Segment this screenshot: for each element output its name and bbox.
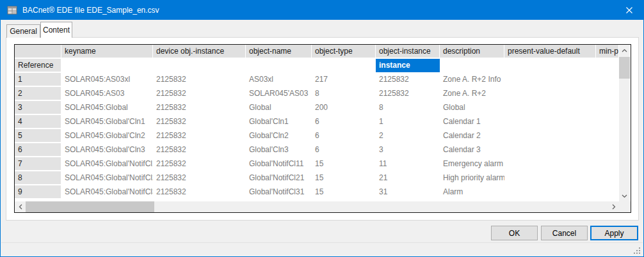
row-header[interactable]: 9 [15, 185, 61, 199]
scroll-up-button[interactable] [619, 45, 630, 56]
cell-object-instance[interactable]: 21 [376, 171, 440, 185]
cell-min-pre[interactable] [596, 157, 619, 171]
cell-description[interactable]: Calendar 1 [440, 115, 504, 128]
scroll-left-button[interactable] [15, 201, 26, 212]
cell-present-value-default[interactable] [504, 171, 596, 185]
cell-object-name[interactable]: Global'NotifCl31 [246, 185, 312, 199]
cell-object-instance[interactable]: 1 [376, 115, 440, 128]
cell-description[interactable]: Calendar 3 [440, 143, 504, 157]
cell-description[interactable]: Zone A. R+2 [440, 87, 504, 100]
cell-object-instance[interactable]: 2125832 [376, 73, 440, 86]
reference-cell-min-pre[interactable] [596, 59, 619, 72]
cell-object-name[interactable]: Global'NotifCl11 [246, 157, 312, 171]
tab-general[interactable]: General [6, 24, 40, 38]
cell-present-value-default[interactable] [504, 157, 596, 171]
row-header[interactable]: 5 [15, 129, 61, 143]
cell-description[interactable]: Calendar 2 [440, 129, 504, 143]
cell-device-obj-instance[interactable]: 2125832 [153, 101, 246, 114]
row-header[interactable]: 4 [15, 115, 61, 128]
cell-keyname[interactable]: SOLAR045:AS03 [61, 87, 153, 100]
column-header-min-pre[interactable]: min-pre [596, 45, 619, 58]
horizontal-scrollbar[interactable] [15, 201, 619, 212]
cell-object-instance[interactable]: 11 [376, 157, 440, 171]
cell-object-instance[interactable]: 8 [376, 101, 440, 114]
cell-object-name[interactable]: Global'Cln2 [246, 129, 312, 143]
close-button[interactable] [615, 1, 643, 20]
column-header-description[interactable]: description [440, 45, 504, 58]
cell-object-name[interactable]: Global'NotifCl21 [246, 171, 312, 185]
cell-object-name[interactable]: Global [246, 101, 312, 114]
cell-keyname[interactable]: SOLAR045:Global'Cln3 [61, 143, 153, 157]
cell-present-value-default[interactable] [504, 129, 596, 143]
tab-content[interactable]: Content [40, 22, 72, 38]
cell-min-pre[interactable] [596, 171, 619, 185]
cell-object-type[interactable]: 8 [312, 87, 376, 100]
cell-object-instance[interactable]: 2 [376, 129, 440, 143]
row-header[interactable]: 8 [15, 171, 61, 185]
cell-min-pre[interactable] [596, 143, 619, 157]
cell-present-value-default[interactable] [504, 73, 596, 86]
reference-cell-present-value-default[interactable] [504, 59, 596, 72]
horizontal-scroll-thumb[interactable] [26, 201, 154, 212]
cell-device-obj-instance[interactable]: 2125832 [153, 129, 246, 143]
cell-min-pre[interactable] [596, 87, 619, 100]
column-header-keyname[interactable]: keyname [61, 45, 153, 58]
cell-description[interactable]: Global [440, 101, 504, 114]
cell-object-type[interactable]: 200 [312, 101, 376, 114]
ok-button[interactable]: OK [491, 226, 538, 240]
scroll-right-button[interactable] [608, 201, 619, 212]
cell-keyname[interactable]: SOLAR045:Global'NotifCl21 [61, 171, 153, 185]
cell-object-instance[interactable]: 31 [376, 185, 440, 199]
column-header-object-type[interactable]: object-type [312, 45, 376, 58]
grid-corner-cell[interactable] [15, 45, 61, 58]
vertical-scroll-thumb[interactable] [619, 57, 630, 79]
cell-keyname[interactable]: SOLAR045:Global'Cln2 [61, 129, 153, 143]
reference-cell-description[interactable] [440, 59, 504, 72]
column-header-present-value-default[interactable]: present-value-default [504, 45, 596, 58]
cell-min-pre[interactable] [596, 185, 619, 199]
cell-object-instance[interactable]: 2125832 [376, 87, 440, 100]
resize-grip[interactable] [632, 246, 641, 254]
row-header[interactable]: 6 [15, 143, 61, 157]
row-header[interactable]: 2 [15, 87, 61, 100]
cell-object-name[interactable]: AS03xl [246, 73, 312, 86]
cell-object-name[interactable]: Global'Cln3 [246, 143, 312, 157]
cell-device-obj-instance[interactable]: 2125832 [153, 185, 246, 199]
cell-min-pre[interactable] [596, 101, 619, 114]
cell-object-type[interactable]: 6 [312, 143, 376, 157]
scroll-down-button[interactable] [619, 191, 630, 201]
cell-object-type[interactable]: 6 [312, 115, 376, 128]
column-header-object-instance[interactable]: object-instance [376, 45, 440, 58]
row-header[interactable]: 3 [15, 101, 61, 114]
row-header[interactable]: 7 [15, 157, 61, 171]
cell-min-pre[interactable] [596, 115, 619, 128]
cell-present-value-default[interactable] [504, 185, 596, 199]
cell-min-pre[interactable] [596, 73, 619, 86]
cell-device-obj-instance[interactable]: 2125832 [153, 171, 246, 185]
cell-object-name[interactable]: Global'Cln1 [246, 115, 312, 128]
cell-object-name[interactable]: SOLAR045'AS03 [246, 87, 312, 100]
apply-button[interactable]: Apply [590, 226, 638, 240]
cell-description[interactable]: Alarm [440, 185, 504, 199]
cell-min-pre[interactable] [596, 129, 619, 143]
vertical-scrollbar[interactable] [619, 45, 630, 201]
cell-object-instance[interactable]: 3 [376, 143, 440, 157]
cell-present-value-default[interactable] [504, 101, 596, 114]
reference-cell-device-obj-instance[interactable] [153, 59, 246, 72]
cell-description[interactable]: High priority alarm [440, 171, 504, 185]
cell-device-obj-instance[interactable]: 2125832 [153, 73, 246, 86]
cell-present-value-default[interactable] [504, 143, 596, 157]
cell-present-value-default[interactable] [504, 115, 596, 128]
cell-object-type[interactable]: 15 [312, 185, 376, 199]
cell-keyname[interactable]: SOLAR045:Global'Cln1 [61, 115, 153, 128]
cell-device-obj-instance[interactable]: 2125832 [153, 143, 246, 157]
reference-cell-object-name[interactable] [246, 59, 312, 72]
reference-cell-object-type[interactable] [312, 59, 376, 72]
cell-keyname[interactable]: SOLAR045:Global [61, 101, 153, 114]
cancel-button[interactable]: Cancel [541, 226, 588, 240]
cell-description[interactable]: Emergency alarm [440, 157, 504, 171]
cell-device-obj-instance[interactable]: 2125832 [153, 157, 246, 171]
titlebar[interactable]: BACnet® EDE file EDE_Sample_en.csv [1, 1, 643, 20]
cell-present-value-default[interactable] [504, 87, 596, 100]
cell-device-obj-instance[interactable]: 2125832 [153, 115, 246, 128]
